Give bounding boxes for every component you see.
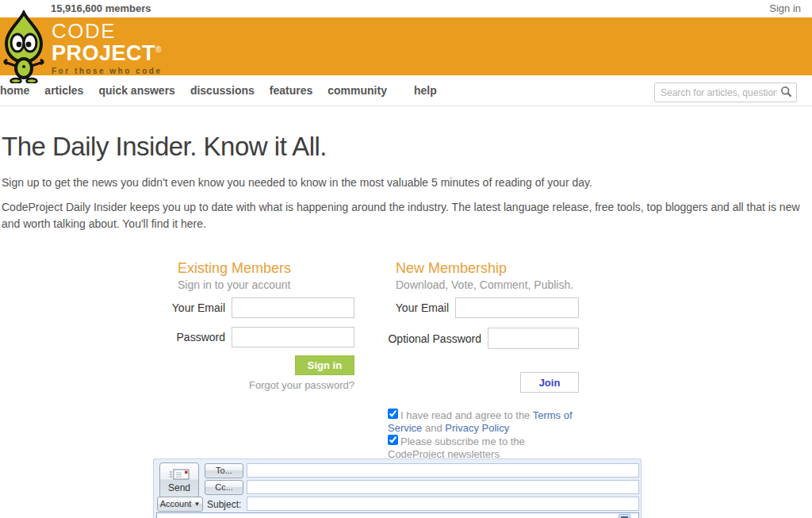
top-bar: 15,916,600 members Sign in — [0, 0, 812, 17]
nav-item-quick-answers[interactable]: quick answers — [98, 84, 175, 97]
new-email-row: Your Email — [396, 297, 579, 318]
search-box — [654, 82, 797, 102]
forgot-password-link[interactable]: Forgot your password? — [178, 379, 354, 391]
and-text: and — [422, 422, 445, 434]
new-email-label: Your Email — [396, 301, 449, 314]
new-password-row: Optional Password — [396, 328, 579, 349]
existing-members-heading: Existing Members — [178, 260, 354, 276]
to-input[interactable] — [247, 463, 639, 478]
existing-members-subheading: Sign in to your account — [178, 278, 354, 291]
subject-label: Subject: — [207, 499, 241, 510]
send-button-label: Send — [168, 482, 190, 493]
intro-paragraph-2: CodeProject Daily Insider keeps you up t… — [2, 199, 804, 232]
nav-item-home[interactable]: home — [0, 84, 29, 97]
subject-input[interactable] — [247, 497, 639, 511]
codeproject-mascot-icon[interactable] — [0, 10, 50, 83]
nav-item-help[interactable]: help — [414, 84, 437, 97]
cc-input[interactable] — [247, 480, 639, 494]
new-password-input[interactable] — [488, 328, 579, 349]
dropdown-arrow-icon: ▼ — [193, 501, 200, 508]
main-content: The Daily Insider. Know it All. Sign up … — [0, 132, 812, 468]
search-icon[interactable] — [780, 86, 793, 98]
email-compose-widget: Send To... Cc... Account ▼ Subject: — [153, 459, 642, 518]
newsletter-subscribe-checkbox[interactable] — [388, 435, 398, 445]
newsletter-subscribe-item: Please subscribe me to the CodeProject n… — [388, 435, 581, 461]
account-dropdown-button[interactable]: Account ▼ — [157, 497, 203, 512]
message-body-area[interactable] — [156, 512, 639, 518]
main-nav: home articles quick answers discussions … — [0, 75, 812, 106]
privacy-policy-link[interactable]: Privacy Policy — [445, 422, 509, 434]
send-button[interactable]: Send — [159, 462, 199, 498]
nav-item-discussions[interactable]: discussions — [190, 84, 255, 97]
logo-tagline: For those who code — [52, 67, 162, 75]
existing-password-label: Password — [177, 331, 225, 343]
brand-banner: CODE PROJECT® For those who code — [0, 17, 812, 75]
page-title: The Daily Insider. Know it All. — [2, 132, 812, 162]
new-email-input[interactable] — [455, 297, 579, 318]
envelope-icon — [169, 468, 190, 481]
nav-item-community[interactable]: community — [327, 84, 387, 97]
codeproject-logo[interactable]: CODE PROJECT® For those who code — [52, 21, 162, 75]
existing-email-row: Your Email — [178, 297, 354, 318]
scroll-up-button[interactable] — [619, 514, 630, 518]
sign-in-button[interactable]: Sign in — [295, 355, 354, 375]
new-membership-panel: New Membership Download, Vote, Comment, … — [396, 260, 579, 461]
logo-word-code: CODE — [52, 21, 162, 41]
search-input[interactable] — [654, 82, 797, 102]
signup-forms: Existing Members Sign in to your account… — [2, 255, 812, 468]
join-button[interactable]: Join — [520, 372, 579, 393]
terms-agree-checkbox[interactable] — [388, 409, 398, 419]
terms-agree-item: I have read and agree to the Terms of Se… — [388, 409, 573, 434]
existing-password-row: Password — [178, 327, 354, 347]
member-count: 15,916,600 members — [51, 2, 151, 14]
agreement-checkboxes: I have read and agree to the Terms of Se… — [388, 409, 581, 461]
cc-button[interactable]: Cc... — [205, 480, 243, 495]
newsletter-subscribe-text: Please subscribe me to the CodeProject n… — [388, 436, 525, 460]
new-password-label: Optional Password — [388, 332, 481, 345]
nav-items: home articles quick answers discussions … — [0, 75, 452, 106]
nav-item-features[interactable]: features — [270, 84, 312, 97]
to-button[interactable]: To... — [205, 463, 243, 478]
registered-mark: ® — [155, 45, 162, 54]
intro-paragraph-1: Sign up to get the news you didn't even … — [2, 175, 804, 191]
existing-members-panel: Existing Members Sign in to your account… — [178, 260, 354, 391]
existing-email-label: Your Email — [172, 301, 225, 314]
nav-item-articles[interactable]: articles — [44, 84, 83, 97]
codeproject-daily-insider-page: 15,916,600 members Sign in CODE PROJECT®… — [0, 0, 812, 518]
new-membership-heading: New Membership — [396, 260, 579, 276]
logo-word-project: PROJECT® — [52, 43, 162, 64]
existing-password-input[interactable] — [232, 327, 354, 347]
terms-agree-text: I have read and agree to the — [400, 409, 533, 421]
top-sign-in-link[interactable]: Sign in — [769, 2, 801, 14]
new-membership-subheading: Download, Vote, Comment, Publish. — [396, 278, 579, 291]
existing-email-input[interactable] — [232, 297, 354, 318]
